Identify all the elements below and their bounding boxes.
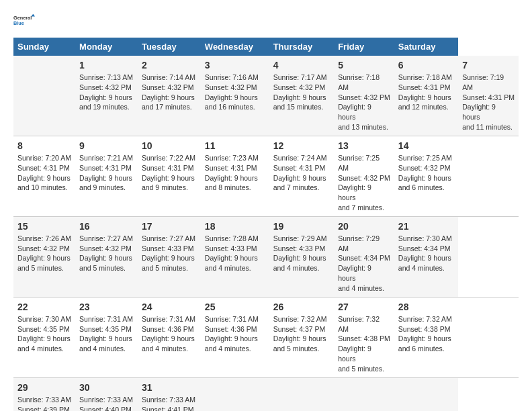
day-number: 5 [338, 59, 390, 72]
day-number: 21 [398, 220, 454, 233]
day-number: 2 [142, 59, 197, 72]
day-cell: 14Sunrise: 7:25 AM Sunset: 4:32 PM Dayli… [394, 136, 458, 216]
day-number: 8 [17, 140, 71, 152]
day-info: Sunrise: 7:20 AM Sunset: 4:31 PM Dayligh… [17, 154, 71, 192]
day-info: Sunrise: 7:18 AM Sunset: 4:31 PM Dayligh… [398, 73, 452, 111]
day-number: 25 [205, 301, 265, 314]
day-cell: 2Sunrise: 7:14 AM Sunset: 4:32 PM Daylig… [138, 56, 201, 136]
day-cell: 30Sunrise: 7:33 AM Sunset: 4:40 PM Dayli… [75, 377, 138, 411]
day-info: Sunrise: 7:23 AM Sunset: 4:31 PM Dayligh… [205, 154, 259, 192]
day-info: Sunrise: 7:28 AM Sunset: 4:33 PM Dayligh… [205, 234, 259, 273]
day-number: 27 [338, 301, 390, 314]
day-info: Sunrise: 7:32 AM Sunset: 4:38 PM Dayligh… [338, 315, 390, 373]
day-info: Sunrise: 7:19 AM Sunset: 4:31 PM Dayligh… [462, 73, 515, 131]
day-cell: 29Sunrise: 7:33 AM Sunset: 4:39 PM Dayli… [13, 377, 75, 411]
week-row-3: 15Sunrise: 7:26 AM Sunset: 4:32 PM Dayli… [13, 216, 519, 297]
day-info: Sunrise: 7:16 AM Sunset: 4:32 PM Dayligh… [205, 73, 259, 111]
day-info: Sunrise: 7:25 AM Sunset: 4:32 PM Dayligh… [338, 154, 390, 212]
header-cell-wednesday: Wednesday [201, 38, 269, 56]
day-number: 28 [398, 301, 454, 314]
header-row: SundayMondayTuesdayWednesdayThursdayFrid… [13, 38, 519, 56]
day-cell: 7Sunrise: 7:19 AM Sunset: 4:31 PM Daylig… [458, 56, 519, 136]
week-row-1: 1Sunrise: 7:13 AM Sunset: 4:32 PM Daylig… [13, 56, 519, 136]
day-cell: 19Sunrise: 7:29 AM Sunset: 4:33 PM Dayli… [269, 216, 335, 297]
day-number: 4 [273, 59, 330, 72]
logo: GeneralBlue [13, 11, 35, 30]
day-info: Sunrise: 7:13 AM Sunset: 4:32 PM Dayligh… [79, 73, 133, 111]
day-cell: 9Sunrise: 7:21 AM Sunset: 4:31 PM Daylig… [75, 136, 138, 216]
day-cell: 23Sunrise: 7:31 AM Sunset: 4:35 PM Dayli… [75, 297, 138, 377]
day-number: 19 [273, 220, 330, 233]
day-number: 29 [17, 381, 71, 394]
day-info: Sunrise: 7:27 AM Sunset: 4:33 PM Dayligh… [142, 234, 195, 273]
day-info: Sunrise: 7:30 AM Sunset: 4:35 PM Dayligh… [17, 315, 71, 353]
day-number: 26 [273, 301, 330, 314]
day-info: Sunrise: 7:33 AM Sunset: 4:41 PM Dayligh… [142, 396, 195, 411]
logo-icon: GeneralBlue [13, 11, 35, 30]
day-info: Sunrise: 7:32 AM Sunset: 4:38 PM Dayligh… [398, 315, 452, 353]
svg-text:Blue: Blue [13, 20, 24, 26]
day-info: Sunrise: 7:21 AM Sunset: 4:31 PM Dayligh… [79, 154, 133, 192]
day-cell: 26Sunrise: 7:32 AM Sunset: 4:37 PM Dayli… [269, 297, 335, 377]
day-info: Sunrise: 7:26 AM Sunset: 4:32 PM Dayligh… [17, 234, 71, 273]
day-info: Sunrise: 7:31 AM Sunset: 4:35 PM Dayligh… [79, 315, 133, 353]
day-cell: 25Sunrise: 7:31 AM Sunset: 4:36 PM Dayli… [201, 297, 269, 377]
day-number: 20 [338, 220, 390, 233]
day-cell: 13Sunrise: 7:25 AM Sunset: 4:32 PM Dayli… [334, 136, 394, 216]
day-cell: 24Sunrise: 7:31 AM Sunset: 4:36 PM Dayli… [138, 297, 201, 377]
day-cell: 18Sunrise: 7:28 AM Sunset: 4:33 PM Dayli… [201, 216, 269, 297]
day-cell: 21Sunrise: 7:30 AM Sunset: 4:34 PM Dayli… [394, 216, 458, 297]
day-number: 23 [79, 301, 134, 314]
day-info: Sunrise: 7:18 AM Sunset: 4:32 PM Dayligh… [338, 73, 390, 131]
day-number: 7 [462, 59, 515, 72]
day-cell: 6Sunrise: 7:18 AM Sunset: 4:31 PM Daylig… [394, 56, 458, 136]
day-cell: 1Sunrise: 7:13 AM Sunset: 4:32 PM Daylig… [75, 56, 138, 136]
week-row-2: 8Sunrise: 7:20 AM Sunset: 4:31 PM Daylig… [13, 136, 519, 216]
day-info: Sunrise: 7:33 AM Sunset: 4:40 PM Dayligh… [79, 396, 133, 411]
page-container: GeneralBlue SundayMondayTuesdayWednesday… [0, 0, 532, 411]
day-cell: 20Sunrise: 7:29 AM Sunset: 4:34 PM Dayli… [334, 216, 394, 297]
day-cell: 27Sunrise: 7:32 AM Sunset: 4:38 PM Dayli… [334, 297, 394, 377]
day-number: 18 [205, 220, 265, 233]
day-number: 31 [142, 381, 197, 394]
day-info: Sunrise: 7:24 AM Sunset: 4:31 PM Dayligh… [273, 154, 327, 192]
day-number: 15 [17, 220, 71, 233]
day-info: Sunrise: 7:33 AM Sunset: 4:39 PM Dayligh… [17, 396, 71, 411]
day-info: Sunrise: 7:27 AM Sunset: 4:32 PM Dayligh… [79, 234, 133, 273]
day-number: 11 [205, 140, 265, 152]
day-info: Sunrise: 7:31 AM Sunset: 4:36 PM Dayligh… [142, 315, 195, 353]
day-cell [334, 377, 394, 411]
day-number: 1 [79, 59, 134, 72]
header-cell-saturday: Saturday [394, 38, 458, 56]
day-number: 14 [398, 140, 454, 152]
day-cell [269, 377, 335, 411]
day-number: 12 [273, 140, 330, 152]
day-info: Sunrise: 7:25 AM Sunset: 4:32 PM Dayligh… [398, 154, 452, 192]
svg-text:General: General [13, 15, 32, 21]
calendar-table: SundayMondayTuesdayWednesdayThursdayFrid… [13, 38, 519, 411]
day-cell: 5Sunrise: 7:18 AM Sunset: 4:32 PM Daylig… [334, 56, 394, 136]
day-info: Sunrise: 7:17 AM Sunset: 4:32 PM Dayligh… [273, 73, 327, 111]
svg-marker-2 [32, 14, 35, 17]
day-info: Sunrise: 7:22 AM Sunset: 4:31 PM Dayligh… [142, 154, 195, 192]
day-number: 17 [142, 220, 197, 233]
header-cell-monday: Monday [75, 38, 138, 56]
day-cell: 3Sunrise: 7:16 AM Sunset: 4:32 PM Daylig… [201, 56, 269, 136]
day-cell: 12Sunrise: 7:24 AM Sunset: 4:31 PM Dayli… [269, 136, 335, 216]
day-cell: 31Sunrise: 7:33 AM Sunset: 4:41 PM Dayli… [138, 377, 201, 411]
day-number: 9 [79, 140, 134, 152]
day-number: 13 [338, 140, 390, 152]
header: GeneralBlue [13, 11, 519, 30]
day-cell: 16Sunrise: 7:27 AM Sunset: 4:32 PM Dayli… [75, 216, 138, 297]
header-cell-friday: Friday [334, 38, 394, 56]
day-cell: 28Sunrise: 7:32 AM Sunset: 4:38 PM Dayli… [394, 297, 458, 377]
day-info: Sunrise: 7:32 AM Sunset: 4:37 PM Dayligh… [273, 315, 327, 353]
header-cell-sunday: Sunday [13, 38, 75, 56]
day-cell: 17Sunrise: 7:27 AM Sunset: 4:33 PM Dayli… [138, 216, 201, 297]
header-cell-tuesday: Tuesday [138, 38, 201, 56]
day-cell [201, 377, 269, 411]
day-cell [394, 377, 458, 411]
day-cell: 11Sunrise: 7:23 AM Sunset: 4:31 PM Dayli… [201, 136, 269, 216]
day-cell: 8Sunrise: 7:20 AM Sunset: 4:31 PM Daylig… [13, 136, 75, 216]
day-cell: 22Sunrise: 7:30 AM Sunset: 4:35 PM Dayli… [13, 297, 75, 377]
